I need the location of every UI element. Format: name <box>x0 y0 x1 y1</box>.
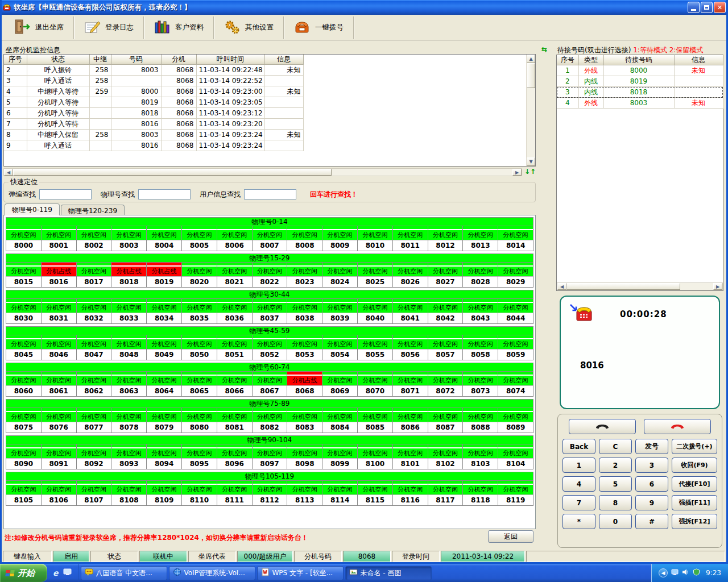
extension-cell-8098[interactable]: 分机空闲8098 <box>287 444 322 469</box>
dialpad-key-C[interactable]: C <box>599 439 632 454</box>
extension-cell-8066[interactable]: 分机空闲8066 <box>217 372 252 396</box>
extension-cell-8111[interactable]: 分机空闲8111 <box>217 481 252 505</box>
dialpad-key-强插[F11][interactable]: 强插[F11] <box>672 495 717 510</box>
extension-cell-8113[interactable]: 分机空闲8113 <box>287 481 322 505</box>
extension-cell-8088[interactable]: 分机空闲8088 <box>463 408 498 433</box>
dialpad-key-5[interactable]: 5 <box>599 476 632 492</box>
extension-cell-8094[interactable]: 分机空闲8094 <box>147 444 181 469</box>
extension-cell-8050[interactable]: 分机空闲8050 <box>182 335 217 360</box>
extension-cell-8015[interactable]: 分机空闲8015 <box>6 263 41 287</box>
dialpad-key-0[interactable]: 0 <box>599 514 632 529</box>
scroll-right-icon[interactable]: ▶ <box>512 169 522 176</box>
waiting-horizontal-scrollbar[interactable]: ◀ ▶ <box>557 282 723 290</box>
extension-cell-8025[interactable]: 分机空闲8025 <box>358 263 392 287</box>
scroll-left-icon[interactable]: ◀ <box>557 283 566 290</box>
extension-cell-8023[interactable]: 分机空闲8023 <box>287 263 322 287</box>
dialpad-key-7[interactable]: 7 <box>562 495 595 510</box>
extension-cell-8051[interactable]: 分机空闲8051 <box>217 335 252 360</box>
extension-cell-8089[interactable]: 分机空闲8089 <box>498 408 533 433</box>
scroll-left-icon[interactable]: ◀ <box>4 169 13 176</box>
extension-cell-8041[interactable]: 分机空闲8041 <box>393 299 428 323</box>
extension-cell-8008[interactable]: 分机空闲8008 <box>287 226 322 251</box>
extension-cell-8029[interactable]: 分机空闲8029 <box>498 263 533 287</box>
monitor-column-header[interactable]: 序号 <box>4 55 27 65</box>
extension-cell-8056[interactable]: 分机空闲8056 <box>393 335 428 360</box>
extension-cell-8065[interactable]: 分机空闲8065 <box>182 372 217 396</box>
extension-cell-8072[interactable]: 分机空闲8072 <box>428 372 463 396</box>
extension-cell-8071[interactable]: 分机空闲8071 <box>393 372 428 396</box>
extension-cell-8077[interactable]: 分机空闲8077 <box>77 408 111 433</box>
extension-cell-8026[interactable]: 分机空闲8026 <box>393 263 428 287</box>
extension-cell-8092[interactable]: 分机空闲8092 <box>77 444 111 469</box>
dialpad-key-代接[F10][interactable]: 代接[F10] <box>672 476 717 492</box>
monitor-row[interactable]: 9呼入通话8016806811-03-14 09:23:24 <box>4 140 303 151</box>
waiting-row[interactable]: 1外线8000未知 <box>557 65 723 76</box>
taskbar-task[interactable]: 未命名 - 画图 <box>345 566 432 580</box>
extension-cell-8006[interactable]: 分机空闲8006 <box>217 226 252 251</box>
extension-cell-8001[interactable]: 分机空闲8001 <box>42 226 76 251</box>
extension-cell-8046[interactable]: 分机空闲8046 <box>42 335 76 360</box>
extension-cell-8017[interactable]: 分机空闲8017 <box>77 263 111 287</box>
extension-cell-8047[interactable]: 分机空闲8047 <box>77 335 111 360</box>
extension-cell-8003[interactable]: 分机空闲8003 <box>111 226 146 251</box>
extension-cell-8021[interactable]: 分机空闲8021 <box>217 263 252 287</box>
extension-cell-8061[interactable]: 分机空闲8061 <box>42 372 76 396</box>
scrollbar-thumb[interactable] <box>13 169 332 176</box>
extension-cell-8016[interactable]: 分机占线8016 <box>42 263 76 287</box>
extension-cell-8102[interactable]: 分机空闲8102 <box>428 444 463 469</box>
extension-cell-8117[interactable]: 分机空闲8117 <box>428 481 463 505</box>
extension-cell-8043[interactable]: 分机空闲8043 <box>463 299 498 323</box>
extension-cell-8118[interactable]: 分机空闲8118 <box>463 481 498 505</box>
extension-cell-8034[interactable]: 分机空闲8034 <box>147 299 181 323</box>
scroll-right-icon[interactable]: ▶ <box>713 283 722 290</box>
extension-cell-8068[interactable]: 分机占线8068 <box>287 372 322 396</box>
toolbar-button-1[interactable]: 退出坐席 <box>4 16 74 39</box>
extension-cell-8115[interactable]: 分机空闲8115 <box>358 481 392 505</box>
extension-cell-8085[interactable]: 分机空闲8085 <box>358 408 392 433</box>
extension-cell-8101[interactable]: 分机空闲8101 <box>393 444 428 469</box>
physical-search-input[interactable] <box>138 189 191 199</box>
extension-cell-8009[interactable]: 分机空闲8009 <box>322 226 357 251</box>
monitor-row[interactable]: 5分机呼入等待8019806811-03-14 09:23:05 <box>4 97 303 108</box>
answer-button[interactable] <box>569 419 636 434</box>
extension-cell-8063[interactable]: 分机空闲8063 <box>111 372 146 396</box>
extension-cell-8093[interactable]: 分机空闲8093 <box>111 444 146 469</box>
extension-cell-8109[interactable]: 分机空闲8109 <box>147 481 181 505</box>
extension-cell-8035[interactable]: 分机空闲8035 <box>182 299 217 323</box>
extension-cell-8105[interactable]: 分机空闲8105 <box>6 481 41 505</box>
internet-explorer-icon[interactable]: e <box>53 568 59 577</box>
extension-cell-8000[interactable]: 分机空闲8000 <box>6 226 41 251</box>
extension-cell-8040[interactable]: 分机空闲8040 <box>358 299 392 323</box>
waiting-row[interactable]: 3内线8018 <box>557 87 723 98</box>
taskbar-task[interactable]: WPS 文字 - [软坐... <box>257 566 344 580</box>
extension-cell-8075[interactable]: 分机空闲8075 <box>6 408 41 433</box>
extension-cell-8091[interactable]: 分机空闲8091 <box>42 444 76 469</box>
toolbar-button-3[interactable]: 客户资料 <box>144 16 214 39</box>
extension-cell-8076[interactable]: 分机空闲8076 <box>42 408 76 433</box>
extension-cell-8014[interactable]: 分机空闲8014 <box>498 226 533 251</box>
waiting-column-header[interactable]: 类型 <box>578 55 603 65</box>
extension-cell-8104[interactable]: 分机空闲8104 <box>498 444 533 469</box>
monitor-column-header[interactable]: 信息 <box>264 55 303 65</box>
extension-cell-8070[interactable]: 分机空闲8070 <box>358 372 392 396</box>
dialpad-key-1[interactable]: 1 <box>562 458 595 473</box>
extension-cell-8032[interactable]: 分机空闲8032 <box>77 299 111 323</box>
extension-cell-8099[interactable]: 分机空闲8099 <box>322 444 357 469</box>
scrollbar-thumb[interactable] <box>566 283 680 290</box>
extension-cell-8036[interactable]: 分机空闲8036 <box>217 299 252 323</box>
waiting-row[interactable]: 4外线8003未知 <box>557 98 723 109</box>
extension-cell-8002[interactable]: 分机空闲8002 <box>77 226 111 251</box>
extension-cell-8045[interactable]: 分机空闲8045 <box>6 335 41 360</box>
extension-cell-8080[interactable]: 分机空闲8080 <box>182 408 217 433</box>
monitor-column-header[interactable]: 状态 <box>27 55 89 65</box>
extension-cell-8079[interactable]: 分机空闲8079 <box>147 408 181 433</box>
monitor-column-header[interactable]: 中继 <box>89 55 111 65</box>
extension-cell-8013[interactable]: 分机空闲8013 <box>463 226 498 251</box>
extension-cell-8018[interactable]: 分机占线8018 <box>111 263 146 287</box>
close-button[interactable]: ✕ <box>714 2 726 13</box>
dial-search-input[interactable] <box>39 189 92 199</box>
monitor-row[interactable]: 8中继呼入保留2588003806811-03-14 09:23:24未知 <box>4 130 303 140</box>
monitor-row[interactable]: 4中继呼入等待2598000806811-03-14 09:23:00未知 <box>4 86 303 97</box>
extension-cell-8039[interactable]: 分机空闲8039 <box>322 299 357 323</box>
waiting-column-header[interactable]: 待接号码 <box>603 55 674 65</box>
